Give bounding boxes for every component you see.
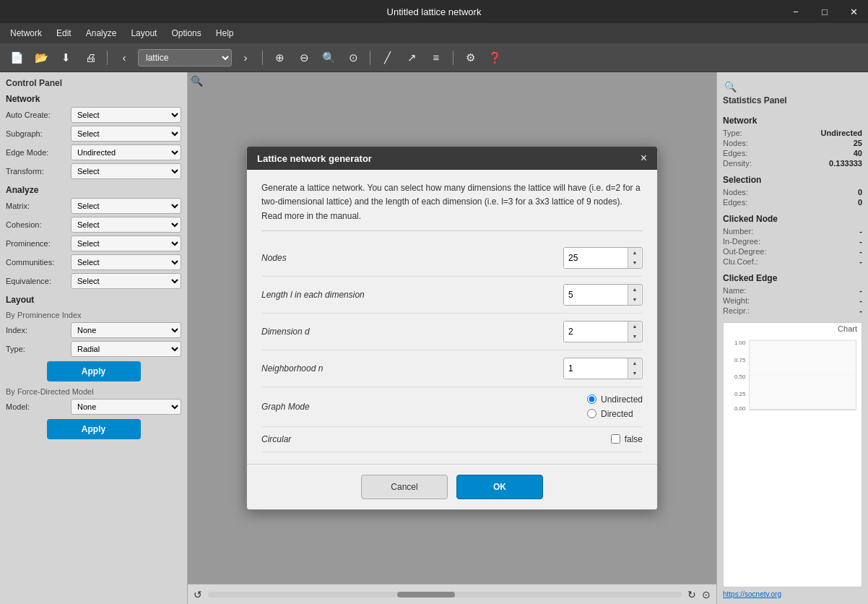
dimension-spinbox-wrap: ▲ ▼	[563, 321, 643, 342]
neighborhood-spin-down[interactable]: ▼	[628, 368, 641, 379]
dimension-input[interactable]	[564, 322, 628, 342]
length-control: ▲ ▼	[563, 284, 643, 306]
fit-button[interactable]: ⊙	[342, 47, 364, 69]
canvas-bottom-bar: ↺ ↻ ⊙	[188, 584, 716, 604]
close-button[interactable]: ✕	[839, 0, 868, 23]
equivalence-select[interactable]: Select	[71, 273, 181, 289]
menu-edit[interactable]: Edit	[49, 25, 79, 41]
cohesion-select[interactable]: Select	[71, 217, 181, 233]
edge-mode-select[interactable]: Undirected	[71, 144, 181, 160]
auto-create-label: Auto Create:	[6, 111, 71, 119]
cn-indegree-row: In-Degree: -	[723, 237, 862, 246]
apply-button-1[interactable]: Apply	[47, 361, 141, 381]
website-link[interactable]: https://socnetv.org	[723, 590, 862, 598]
svg-text:0.50: 0.50	[734, 374, 746, 380]
dimension-spin-up[interactable]: ▲	[628, 322, 641, 332]
menu-layout[interactable]: Layout	[123, 25, 164, 41]
arrow-tool-button[interactable]: ↗	[401, 47, 422, 69]
matrix-label: Matrix:	[6, 202, 71, 210]
refresh-button[interactable]: ↻	[687, 589, 696, 600]
prominence-select[interactable]: Select	[71, 236, 181, 251]
canvas-area: 🔍 Lattice network generator × Generate a…	[188, 72, 716, 604]
svg-text:0.5: 0.5	[799, 413, 807, 414]
ce-recipr-row: Recipr.: -	[723, 306, 862, 315]
index-select[interactable]: None	[71, 322, 181, 338]
modal-description: Generate a lattice network. You can sele…	[261, 181, 643, 231]
nodes-label: Nodes	[261, 253, 563, 263]
reset-view-button[interactable]: ↺	[194, 589, 202, 600]
ce-weight-label: Weight:	[723, 296, 750, 305]
control-panel: Control Panel Network Auto Create: Selec…	[0, 72, 188, 604]
stats-network-title: Network	[723, 116, 862, 126]
stats-edges-row: Edges: 40	[723, 149, 862, 158]
apply-button-2[interactable]: Apply	[47, 419, 141, 439]
dimension-label: Dimension d	[261, 327, 563, 337]
restore-button[interactable]: □	[810, 0, 839, 23]
open-button[interactable]: 📂	[30, 47, 52, 69]
stats-clicked-edge-title: Clicked Edge	[723, 273, 862, 283]
transform-select[interactable]: Select	[71, 163, 181, 179]
nodes-input[interactable]	[564, 248, 628, 268]
type-select[interactable]: Radial	[71, 341, 181, 357]
add-node-button[interactable]: ⊕	[269, 47, 290, 69]
minimize-button[interactable]: −	[781, 0, 810, 23]
cn-outdegree-row: Out-Degree: -	[723, 247, 862, 256]
circular-checkbox[interactable]	[611, 434, 620, 444]
download-button[interactable]: ⬇	[55, 47, 77, 69]
cancel-button[interactable]: Cancel	[361, 475, 448, 499]
chart-area: Chart 1.00 0.75 0.50 0.25 0.00 0.0 0.5 1…	[723, 322, 862, 587]
forward-button[interactable]: ›	[235, 47, 256, 69]
length-spin-down[interactable]: ▼	[628, 295, 641, 305]
length-spin-up[interactable]: ▲	[628, 285, 641, 295]
auto-create-select[interactable]: Select	[71, 107, 181, 123]
separator-1	[107, 51, 108, 65]
horizontal-scrollbar[interactable]	[208, 592, 682, 597]
print-button[interactable]: 🖨	[79, 47, 101, 69]
stats-zoom-icon[interactable]: 🔍	[723, 79, 738, 94]
subgraph-select[interactable]: Select	[71, 126, 181, 142]
circular-value: false	[625, 434, 643, 444]
ok-button[interactable]: OK	[456, 475, 543, 499]
new-button[interactable]: 📄	[6, 47, 27, 69]
network-select[interactable]: lattice	[138, 49, 232, 66]
zoom-in-button[interactable]: 🔍	[318, 47, 339, 69]
menu-bar: Network Edit Analyze Layout Options Help	[0, 23, 868, 43]
remove-node-button[interactable]: ⊖	[293, 47, 315, 69]
directed-radio[interactable]	[587, 409, 596, 418]
auto-create-row: Auto Create: Select	[6, 107, 181, 123]
canvas-main[interactable]: Lattice network generator × Generate a l…	[188, 72, 716, 584]
analyze-section-title: Analyze	[6, 185, 181, 195]
matrix-select[interactable]: Select	[71, 198, 181, 214]
nodes-spin-down[interactable]: ▼	[628, 258, 641, 268]
app-title: Untitled lattice network	[387, 7, 482, 17]
model-label: Model:	[6, 402, 71, 411]
filter-button[interactable]: ≡	[425, 47, 447, 69]
undirected-radio-item[interactable]: Undirected	[587, 394, 643, 405]
menu-analyze[interactable]: Analyze	[79, 25, 124, 41]
line-tool-button[interactable]: ╱	[376, 47, 398, 69]
nodes-spin-up[interactable]: ▲	[628, 248, 641, 258]
menu-network[interactable]: Network	[3, 25, 49, 41]
dimension-spin-down[interactable]: ▼	[628, 332, 641, 342]
type-label: Type:	[6, 345, 71, 353]
model-select[interactable]: None	[71, 399, 181, 415]
length-input[interactable]	[564, 285, 628, 305]
neighborhood-spin-up[interactable]: ▲	[628, 358, 641, 368]
cohesion-label: Cohesion:	[6, 220, 71, 229]
directed-radio-item[interactable]: Directed	[587, 409, 643, 419]
menu-options[interactable]: Options	[164, 25, 208, 41]
communities-label: Communities:	[6, 258, 71, 267]
modal-close-button[interactable]: ×	[641, 152, 647, 164]
neighborhood-input[interactable]	[564, 358, 628, 379]
communities-select[interactable]: Select	[71, 254, 181, 270]
stats-nodes-row: Nodes: 25	[723, 139, 862, 147]
undirected-radio[interactable]	[587, 394, 596, 404]
back-button[interactable]: ‹	[113, 47, 135, 69]
stats-density-label: Density:	[723, 159, 752, 168]
settings-button[interactable]: ⚙	[459, 47, 481, 69]
menu-help[interactable]: Help	[209, 25, 241, 41]
stats-density-row: Density: 0.133333	[723, 159, 862, 168]
fit-view-button[interactable]: ⊙	[702, 589, 711, 600]
help-button[interactable]: ❓	[484, 47, 505, 69]
circular-checkbox-item[interactable]: false	[611, 434, 643, 444]
